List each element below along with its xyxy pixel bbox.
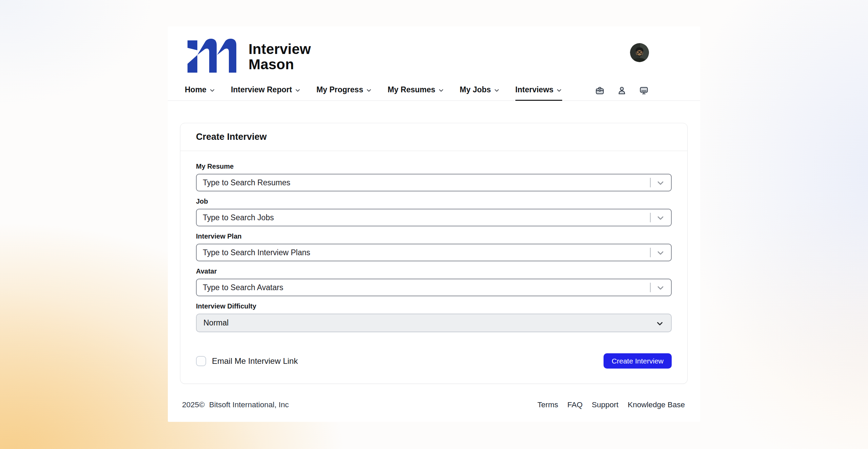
user-icon[interactable] xyxy=(617,86,627,95)
resume-combobox xyxy=(196,174,672,191)
chevron-down-icon xyxy=(295,87,301,93)
card-header: Create Interview xyxy=(180,123,687,151)
nav-item-my-progress[interactable]: My Progress xyxy=(316,79,372,101)
field-label: Interview Plan xyxy=(196,232,672,240)
footer-link-support[interactable]: Support xyxy=(592,400,618,409)
brand-name-line1: Interview xyxy=(249,41,311,57)
nav-item-label: My Progress xyxy=(316,85,363,94)
job-combobox xyxy=(196,209,672,226)
brand-name: Interview Mason xyxy=(249,41,311,72)
footer-year: 2025© xyxy=(182,400,205,409)
email-link-checkbox[interactable] xyxy=(196,356,206,366)
field-interview-difficulty: Interview Difficulty Normal xyxy=(196,302,672,332)
field-my-resume: My Resume xyxy=(196,163,672,191)
chevron-down-icon[interactable] xyxy=(656,213,665,222)
avatar[interactable] xyxy=(630,43,649,62)
monitor-icon[interactable] xyxy=(639,86,649,95)
avatar-search-input[interactable] xyxy=(196,279,672,296)
field-label: Job xyxy=(196,198,672,205)
combobox-separator xyxy=(650,213,651,222)
main-panel: Interview Mason Home In xyxy=(168,26,700,422)
interview-plan-search-input[interactable] xyxy=(196,244,672,261)
chevron-down-icon[interactable] xyxy=(656,179,665,187)
card-actions-row: Email Me Interview Link Create Interview xyxy=(196,353,672,369)
combobox-separator xyxy=(650,178,651,187)
card-body: My Resume Job xyxy=(180,151,687,379)
create-interview-card: Create Interview My Resume Job xyxy=(180,123,688,384)
job-search-input[interactable] xyxy=(196,209,672,226)
field-interview-plan: Interview Plan xyxy=(196,232,672,261)
chevron-down-icon xyxy=(209,87,215,93)
chevron-down-icon[interactable] xyxy=(656,248,665,257)
footer-company: Bitsoft International, Inc xyxy=(209,400,289,409)
nav-item-label: My Resumes xyxy=(388,85,435,94)
chevron-down-icon xyxy=(556,87,562,93)
footer-links: Terms FAQ Support Knowledge Base xyxy=(537,400,685,409)
footer-link-faq[interactable]: FAQ xyxy=(567,400,583,409)
create-interview-button[interactable]: Create Interview xyxy=(604,353,672,369)
nav-item-label: Home xyxy=(185,85,206,94)
field-label: My Resume xyxy=(196,163,672,170)
nav-item-label: My Jobs xyxy=(460,85,491,94)
interview-mason-logo-icon xyxy=(185,37,236,73)
field-label: Avatar xyxy=(196,267,672,275)
footer-copyright: 2025© Bitsoft International, Inc xyxy=(182,400,289,409)
chevron-down-icon xyxy=(655,319,664,328)
email-link-checkbox-label: Email Me Interview Link xyxy=(212,356,298,366)
chevron-down-icon xyxy=(366,87,372,93)
field-job: Job xyxy=(196,198,672,226)
nav-item-my-resumes[interactable]: My Resumes xyxy=(388,79,444,101)
resume-search-input[interactable] xyxy=(196,174,672,191)
brand-name-line2: Mason xyxy=(249,57,311,72)
nav-item-my-jobs[interactable]: My Jobs xyxy=(460,79,500,101)
field-label: Interview Difficulty xyxy=(196,302,672,310)
chevron-down-icon[interactable] xyxy=(656,283,665,292)
nav-item-label: Interviews xyxy=(515,85,554,94)
nav-item-label: Interview Report xyxy=(231,85,292,94)
avatar-photo xyxy=(630,43,649,62)
avatar-combobox xyxy=(196,279,672,296)
briefcase-icon[interactable] xyxy=(595,86,605,95)
brand[interactable]: Interview Mason xyxy=(185,37,311,73)
nav-item-home[interactable]: Home xyxy=(185,79,215,101)
chevron-down-icon xyxy=(494,87,500,93)
nav-item-interviews[interactable]: Interviews xyxy=(515,79,563,101)
nav-item-interview-report[interactable]: Interview Report xyxy=(231,79,301,101)
chevron-down-icon xyxy=(438,87,444,93)
selected-value: Normal xyxy=(203,318,229,328)
footer-link-terms[interactable]: Terms xyxy=(537,400,558,409)
interview-difficulty-select[interactable]: Normal xyxy=(196,314,672,332)
interview-plan-combobox xyxy=(196,244,672,261)
footer: 2025© Bitsoft International, Inc Terms F… xyxy=(182,400,685,409)
email-link-checkbox-row[interactable]: Email Me Interview Link xyxy=(196,356,298,366)
combobox-separator xyxy=(650,248,651,257)
combobox-separator xyxy=(650,283,651,292)
nav-action-icons xyxy=(595,79,649,101)
card-title: Create Interview xyxy=(196,132,267,142)
field-avatar: Avatar xyxy=(196,267,672,296)
main-nav: Home Interview Report My Progress My Res… xyxy=(168,79,700,101)
footer-link-knowledge-base[interactable]: Knowledge Base xyxy=(628,400,685,409)
